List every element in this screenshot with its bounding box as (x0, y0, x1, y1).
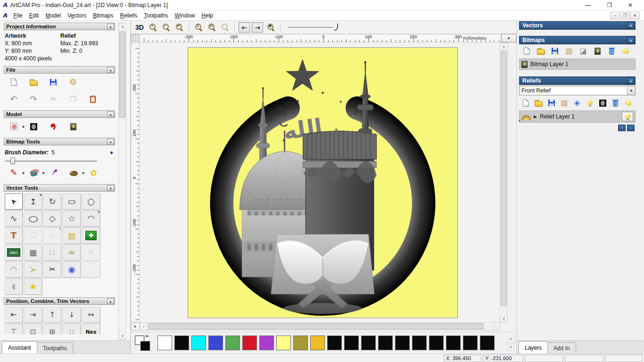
set-model-size-icon[interactable] (6, 119, 22, 134)
load-bitmap-icon[interactable] (66, 119, 82, 134)
offset-vectors-tool[interactable]: ◇Ŧ (43, 227, 61, 244)
colour-swatch-18[interactable] (463, 336, 478, 350)
canvas-viewport[interactable]: الله (140, 42, 500, 322)
view-3d-button[interactable]: 3D (134, 22, 145, 33)
zoom-object-button[interactable] (219, 22, 231, 33)
brush-diameter-slider[interactable] (5, 158, 102, 164)
create-circle-tool[interactable]: ○ (82, 194, 100, 210)
tab-assistant[interactable]: Assistant (2, 341, 37, 354)
relief-layer-row[interactable]: ▶ Relief Layer 1 (519, 110, 636, 123)
tab-toolpaths[interactable]: Toolpaths (37, 342, 73, 354)
preview-relief-button[interactable]: ◆ (265, 22, 276, 33)
combo-dropdown-button[interactable]: ▼ (627, 86, 635, 95)
colour-swatch-3[interactable] (208, 336, 223, 350)
colour-swatch-4[interactable] (225, 336, 240, 350)
zoom-previous-button[interactable]: ↩ (173, 22, 185, 33)
save-relief-layer-icon[interactable] (546, 98, 557, 108)
menu-file[interactable]: File (13, 12, 22, 19)
relief-selector-combo[interactable]: Front Relief ▼ (519, 86, 636, 95)
colour-swatch-6[interactable] (259, 336, 274, 350)
menu-vectors[interactable]: Vectors (67, 12, 86, 19)
mdi-restore-button[interactable]: ❐ (620, 12, 629, 19)
zoom-slider[interactable] (288, 23, 345, 32)
create-polygon-tool[interactable]: ◇ (43, 210, 61, 227)
palette-scroll-up-button[interactable]: ∧ (507, 336, 514, 343)
colour-swatch-7[interactable] (276, 336, 291, 350)
rolldown-button[interactable]: ▼ (627, 22, 635, 29)
menu-toolpaths[interactable]: Toolpaths (144, 12, 168, 19)
simplify-vectors-tool[interactable]: ≋ (82, 244, 100, 261)
distort-vectors-tool[interactable]: ▦ (24, 244, 42, 261)
copy-icon[interactable]: ❐ (65, 92, 81, 106)
menu-reliefs[interactable]: Reliefs (120, 12, 138, 19)
expander-icon[interactable]: ▶ (534, 114, 537, 119)
create-ellipse-tool[interactable]: ○ (24, 210, 42, 227)
assistant-scrollbar[interactable]: ∧ ∨ (118, 23, 126, 340)
flyout-arrow-icon[interactable]: ▸ (23, 124, 25, 129)
colour-swatch-11[interactable] (344, 336, 359, 350)
maximize-button[interactable]: ❐ (607, 2, 612, 8)
greyscale-view-icon[interactable] (26, 119, 42, 134)
mdi-minimize-button[interactable]: – (611, 12, 619, 19)
merge-relief-layers-icon[interactable]: ▨ (559, 98, 570, 108)
colour-swatch-8[interactable] (293, 336, 308, 350)
create-polyline-tool[interactable]: ∿ (5, 210, 23, 227)
delete-relief-layer-icon[interactable] (610, 98, 621, 108)
scroll-left-button[interactable]: ‹ (140, 323, 147, 330)
minimize-button[interactable]: — (585, 2, 591, 8)
bitmaps-section-header[interactable]: Bitmaps ▲ (519, 36, 636, 44)
fit-curve-tool[interactable]: ≈ (63, 244, 81, 261)
create-mould-tool[interactable]: ◉ (63, 261, 81, 278)
delete-bitmap-layer-icon[interactable] (605, 46, 618, 56)
align-bottom-tool[interactable]: ↓ (63, 307, 81, 323)
slider-thumb[interactable] (10, 158, 15, 164)
primary-secondary-colour-selector[interactable]: ∞ (135, 335, 155, 352)
text-along-curve-tool[interactable]: ABC (5, 244, 23, 261)
colour-swatch-9[interactable] (310, 336, 325, 350)
menu-window[interactable]: Window (175, 12, 195, 19)
relief-lightbulb-doc-icon[interactable] (585, 98, 595, 108)
secondary-colour-swatch[interactable] (140, 341, 150, 351)
bitmap-to-relief-icon[interactable] (591, 46, 603, 56)
merge-bitmap-layers-icon[interactable]: ▨ (563, 46, 575, 56)
move-layer-down-button[interactable]: ↓ (627, 125, 635, 131)
colour-swatch-5[interactable] (242, 336, 257, 350)
sharp-corner-tool[interactable]: ≻ (24, 261, 42, 278)
colour-swatch-13[interactable] (378, 336, 393, 350)
paste-notes-icon[interactable] (85, 92, 101, 106)
reduce-colours-icon[interactable]: ✿ (86, 166, 102, 180)
relief-stack-icon[interactable]: ◈ (571, 98, 582, 108)
colour-swatch-15[interactable] (412, 336, 427, 350)
colour-swatch-14[interactable] (395, 336, 410, 350)
paste-in-centre-tool[interactable]: ⊡ (24, 324, 42, 334)
snap-to-grid-tool[interactable]: ✚ (82, 227, 100, 244)
group-vectors-tool[interactable]: ⊞ (43, 324, 61, 334)
palette-icon[interactable] (66, 166, 82, 180)
rollup-button[interactable]: ▲ (107, 24, 114, 29)
undo-icon[interactable]: ↶ (6, 92, 22, 106)
scroll-down-button[interactable]: ∨ (500, 315, 507, 322)
rollup-button[interactable]: ▲ (627, 77, 635, 84)
join-vectors-tool[interactable]: ◠ (5, 261, 23, 278)
rollup-button[interactable]: ▲ (107, 298, 114, 304)
next-view-button[interactable]: ⇥ (252, 22, 263, 33)
create-star-tool[interactable]: ☆ (63, 210, 81, 227)
rollup-button[interactable]: ▲ (627, 37, 635, 43)
tab-add-in[interactable]: Add In (547, 342, 576, 354)
zoom-slider-track[interactable] (288, 27, 333, 28)
mdi-close-button[interactable]: ✕ (630, 12, 639, 19)
new-relief-layer-icon[interactable] (520, 98, 531, 108)
save-bitmap-layer-icon[interactable] (549, 46, 561, 56)
open-model-icon[interactable] (25, 75, 41, 89)
rollup-button[interactable]: ▲ (107, 111, 114, 117)
relief-greyscale-icon[interactable] (597, 98, 608, 108)
new-bitmap-layer-icon[interactable] (520, 46, 533, 56)
greyscale-layer-icon[interactable]: ◪ (577, 46, 589, 56)
colour-swatch-12[interactable] (361, 336, 376, 350)
close-button[interactable]: ✕ (628, 2, 633, 8)
toggle-bitmap-visibility-icon[interactable] (619, 46, 632, 56)
zoom-in-button[interactable]: + (147, 22, 158, 33)
bitmap-layer-row[interactable]: Bitmap Layer 1 (519, 59, 636, 70)
align-centre-tool[interactable]: ↔ (82, 307, 100, 323)
flyout-arrow-icon[interactable]: ▸ (43, 170, 45, 175)
